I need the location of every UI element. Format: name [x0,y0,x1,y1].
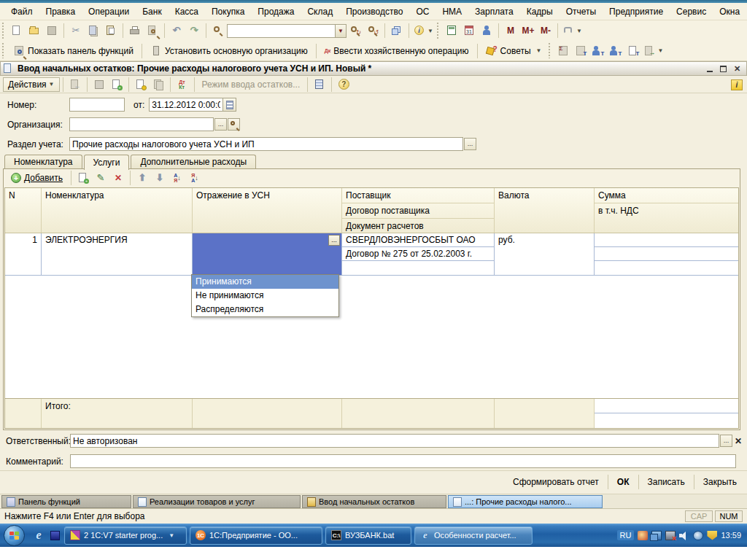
report-t-button[interactable]: T [573,43,589,59]
edit-row-button[interactable]: ✎ [93,170,109,186]
dropdown-option-not-accepted[interactable]: Не принимаются [192,289,338,303]
col-header-vat[interactable]: в т.ч. НДС [595,203,738,233]
tray-network-icon[interactable] [651,531,662,540]
tray-volume-icon[interactable] [679,531,689,540]
comment-input[interactable] [70,454,736,468]
toolbar-grip[interactable] [2,43,6,59]
cell-vat[interactable] [595,247,738,261]
tray-shield-icon[interactable] [707,531,717,540]
responsible-clear-button[interactable]: ✕ [732,436,744,446]
cell-sum[interactable] [595,233,738,247]
tab-additional-expenses[interactable]: Дополнительные расходы [131,155,256,169]
col-header-settlement-doc[interactable]: Документ расчетов [342,219,494,233]
window-tab-initial-balances[interactable]: Ввод начальных остатков [302,495,446,508]
menu-edit[interactable]: Правка [39,4,82,19]
col-header-n[interactable]: N [5,188,42,233]
unpost-document-button[interactable] [91,77,107,93]
user-settings-button[interactable] [479,23,495,39]
date-picker-button[interactable] [223,98,236,112]
taskbar-item-1c-v7[interactable]: 2 1C:V7 starter prog... ▼ [64,526,187,545]
redo-button[interactable]: ↷ [186,23,202,39]
set-main-organization-button[interactable]: Установить основную организацию [146,43,312,59]
window-tab-sales[interactable]: Реализации товаров и услуг [133,495,301,508]
table-row[interactable]: 1 ЭЛЕКТРОЭНЕРГИЯ ... СВЕРДЛОВЭНЕРГОСБЫТ … [5,233,738,276]
help-button[interactable]: ? [336,77,352,93]
toolbar-grip[interactable] [437,23,441,39]
memory-minus-button[interactable]: M- [538,23,554,39]
window-tab-other-expenses[interactable]: ...: Прочие расходы налого... [448,495,603,508]
responsible-select-button[interactable]: ... [720,435,732,447]
menu-reports[interactable]: Отчеты [560,4,603,19]
close-button[interactable]: ✕ [731,63,743,74]
cell-sum-extra[interactable] [595,261,738,276]
menu-service[interactable]: Сервис [670,4,713,19]
taskbar-item-vuzbank[interactable]: C:\ ВУЗБАНК.bat [325,526,411,545]
document-window-titlebar[interactable]: Ввод начальных остатков: Прочие расходы … [0,61,747,76]
person-report-button[interactable]: T [590,43,606,59]
new-document-button[interactable] [9,23,25,39]
restore-button[interactable] [717,63,729,74]
copy-document-button[interactable]: + [109,77,125,93]
cut-button[interactable]: ✂ [68,23,84,39]
toolbar-grip[interactable] [2,23,6,39]
structure-button[interactable] [311,77,328,93]
responsible-input[interactable] [70,434,719,448]
cell-settlement-doc[interactable] [342,261,494,276]
form-info-icon[interactable]: i [731,79,743,90]
copy-row-button[interactable]: + [75,170,91,186]
menu-enterprise[interactable]: Предприятие [603,4,670,19]
section-select-button[interactable]: ... [464,138,476,150]
menu-nma[interactable]: НМА [436,4,468,19]
print-button[interactable] [127,23,143,39]
organization-search-button[interactable] [228,118,240,131]
tray-scheduler-icon[interactable] [693,531,703,540]
start-button[interactable] [4,525,25,546]
number-input[interactable] [69,98,125,112]
paste-button[interactable] [103,23,119,39]
quicklaunch-app-button[interactable] [48,529,61,542]
cell-supplier[interactable]: СВЕРДЛОВЭНЕРГОСБЫТ ОАО [342,233,494,247]
sort-desc-button[interactable]: ЯА↓ [187,170,203,186]
language-indicator[interactable]: RU [617,530,635,540]
menu-cash[interactable]: Касса [169,4,205,19]
cell-nomenclature[interactable]: ЭЛЕКТРОЭНЕРГИЯ [42,233,193,275]
dropdown-option-distributed[interactable]: Распределяются [192,303,338,316]
enter-operation-button[interactable]: Дк Ввести хозяйственную операцию [320,43,473,59]
balance-entry-mode-button[interactable]: Режим ввода остатков... [198,79,305,90]
menu-os[interactable]: ОС [409,4,436,19]
menu-bank[interactable]: Банк [136,4,168,19]
table-empty-area[interactable] [5,276,738,398]
menu-file[interactable]: Файл [4,4,39,19]
date-input[interactable] [149,98,223,112]
fill-document-button[interactable] [133,77,149,93]
taskbar-item-ie-page[interactable]: e Особенности расчет... [414,526,533,545]
menu-sale[interactable]: Продажа [251,4,301,19]
dtkt-button[interactable]: ДтКт [174,77,190,93]
find-prev-button[interactable]: ↺ [365,23,381,39]
cell-contract[interactable]: Договор № 275 от 25.02.2003 г. [342,247,494,261]
menu-windows[interactable]: Окна [713,4,746,19]
save-record-button[interactable]: Записать [642,475,691,489]
add-row-button[interactable]: + Добавить [7,170,67,186]
col-header-nomenclature[interactable]: Номенклатура [42,188,193,233]
taskbar-clock[interactable]: 13:59 [721,531,741,540]
minimize-button[interactable] [703,63,716,74]
cell-usn-edit[interactable]: ... [193,233,342,275]
search-dropdown-arrow[interactable]: ▼ [335,24,347,38]
find-next-button[interactable]: ↻ [347,23,363,39]
move-down-button[interactable]: ⬇ [152,170,168,186]
generate-report-button[interactable]: Сформировать отчет [507,475,605,489]
col-header-supplier[interactable]: Поставщик [342,188,494,203]
report-sigma-button[interactable]: Σ [555,43,571,59]
menu-hr[interactable]: Кадры [520,4,560,19]
memory-plus-button[interactable]: M+ [520,23,536,39]
ok-button[interactable]: ОК [611,475,635,489]
section-input[interactable] [69,137,463,151]
menu-salary[interactable]: Зарплата [468,4,520,19]
print-preview-button[interactable] [144,23,160,39]
col-header-contract[interactable]: Договор поставщика [342,203,494,219]
search-input[interactable] [227,24,335,38]
col-header-currency[interactable]: Валюта [495,188,595,233]
show-function-panel-button[interactable]: Показать панель функций [9,43,138,59]
organization-select-button[interactable]: ... [214,118,227,131]
